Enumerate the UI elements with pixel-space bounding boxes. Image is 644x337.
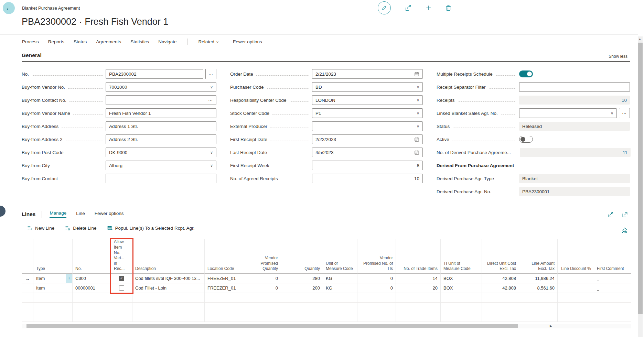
chevron-down-icon[interactable]: ∨: [208, 150, 213, 155]
menu-item-status[interactable]: Status: [74, 39, 87, 44]
cell-no[interactable]: C300: [73, 274, 111, 283]
purchaser-code-input[interactable]: BD∨: [312, 82, 423, 92]
horizontal-scrollbar-thumb[interactable]: [26, 324, 518, 328]
cell-first-comment[interactable]: _: [594, 274, 631, 283]
menu-item-navigate[interactable]: Navigate: [158, 39, 176, 44]
header-vendor-promised-quantity[interactable]: Vendor Promised Quantity: [243, 239, 281, 274]
cell-unit-of-measure[interactable]: KG: [323, 283, 357, 293]
menu-item-agreements[interactable]: Agreements: [96, 39, 121, 44]
cell-type[interactable]: Item: [33, 274, 66, 283]
horizontal-scrollbar[interactable]: ▶: [22, 324, 631, 328]
header-first-comment[interactable]: First Comment: [594, 239, 631, 274]
cell-description[interactable]: Cod Fillet - Loin: [132, 283, 205, 293]
chevron-down-icon[interactable]: ∨: [415, 124, 419, 129]
tab-line[interactable]: Line: [76, 211, 85, 218]
cell-quantity[interactable]: 280: [281, 274, 323, 283]
header-vendor-promised-no-of-tis[interactable]: Vendor Promised No. of TIs: [357, 239, 396, 274]
post-code-input[interactable]: DK-9000∨: [106, 148, 216, 157]
vendor-name-input[interactable]: Fresh Fish Vendor 1: [106, 108, 216, 118]
linked-sales-agr-assist-button[interactable]: ⋯: [619, 108, 630, 118]
chevron-down-icon[interactable]: ∨: [208, 85, 213, 89]
tab-manage[interactable]: Manage: [50, 210, 66, 218]
cell-direct-unit-cost[interactable]: 42.808: [482, 283, 519, 293]
cell-type[interactable]: Item: [33, 283, 66, 293]
header-description[interactable]: Description: [132, 239, 205, 274]
chevron-down-icon[interactable]: ∨: [609, 111, 613, 116]
cell-unit-of-measure[interactable]: KG: [323, 274, 357, 283]
contact-no-input[interactable]: ⋯: [106, 95, 216, 105]
cell-line-discount[interactable]: [558, 274, 594, 283]
left-edge-panel-handle[interactable]: [0, 206, 6, 217]
cell-vendor-promised-quantity[interactable]: 0: [243, 274, 281, 283]
cell-description[interactable]: Cod fillets sl/bl IQF 300-400 1x...: [132, 274, 205, 283]
chevron-down-icon[interactable]: ∨: [415, 85, 419, 89]
header-unit-of-measure-code[interactable]: Unit of Measure Code: [323, 239, 357, 274]
cell-first-comment[interactable]: _: [594, 283, 631, 293]
last-receipt-date-input[interactable]: 4/5/2023: [312, 148, 423, 157]
agreed-receipts-input[interactable]: 10: [312, 174, 423, 183]
share-button[interactable]: [405, 4, 412, 12]
cell-location-code[interactable]: FREEZER_01: [205, 283, 243, 293]
vertical-scrollbar[interactable]: ▲: [638, 36, 643, 337]
checkbox-unchecked[interactable]: [119, 285, 124, 291]
cell-no-of-trade-items[interactable]: 14: [396, 274, 441, 283]
order-date-input[interactable]: 2/21/2023: [312, 69, 423, 79]
header-line-amount[interactable]: Line Amount Excl. Tax: [519, 239, 558, 274]
scroll-right-arrow[interactable]: ▶: [550, 324, 552, 328]
cell-line-amount[interactable]: 11,986.24: [519, 274, 558, 283]
active-toggle[interactable]: [519, 136, 533, 143]
responsibility-center-input[interactable]: LONDON∨: [312, 95, 423, 105]
calendar-icon[interactable]: [414, 150, 419, 155]
address2-input[interactable]: Address 2 Str.: [106, 134, 216, 144]
menu-item-fewer-options[interactable]: Fewer options: [233, 39, 262, 44]
show-less-link[interactable]: Show less: [609, 54, 627, 59]
cell-quantity[interactable]: 200: [281, 283, 323, 293]
cell-line-amount[interactable]: 8,561.60: [519, 283, 558, 293]
unpin-button[interactable]: [621, 227, 627, 235]
linked-sales-agr-input[interactable]: ∨: [519, 108, 617, 118]
first-receipt-date-input[interactable]: 2/22/2023: [312, 134, 423, 144]
checkbox-checked[interactable]: [119, 276, 124, 281]
cell-vendor-promised-no-of-tis[interactable]: 0: [357, 283, 396, 293]
back-button[interactable]: ←: [3, 2, 15, 14]
header-location-code[interactable]: Location Code: [205, 239, 243, 274]
cell-location-code[interactable]: FREEZER_01: [205, 274, 243, 283]
cell-vendor-promised-quantity[interactable]: 0: [243, 283, 281, 293]
stock-center-input[interactable]: P1∨: [312, 108, 423, 118]
calendar-icon[interactable]: [414, 137, 419, 142]
header-type[interactable]: Type: [33, 239, 66, 274]
row-menu-button[interactable]: ⋮: [66, 274, 73, 283]
lines-expand-button[interactable]: [622, 211, 628, 219]
header-line-discount[interactable]: Line Discount %: [558, 239, 594, 274]
receipt-separator-filter-input[interactable]: [519, 82, 630, 92]
city-input[interactable]: Alborg∨: [106, 161, 216, 170]
menu-item-process[interactable]: Process: [22, 39, 39, 44]
multiple-receipts-toggle[interactable]: [519, 70, 533, 77]
edit-pencil-button[interactable]: [378, 1, 391, 14]
ellipsis-lookup-icon[interactable]: ⋯: [208, 98, 213, 103]
header-no-of-trade-items[interactable]: No. of Trade Items: [396, 239, 441, 274]
header-no[interactable]: No.: [73, 239, 111, 274]
table-row-empty[interactable]: [22, 303, 631, 312]
cell-no-of-trade-items[interactable]: 20: [396, 283, 441, 293]
cell-line-discount[interactable]: [558, 283, 594, 293]
header-ti-unit-of-measure-code[interactable]: TI Unit of Measure Code: [441, 239, 482, 274]
cell-vendor-promised-no-of-tis[interactable]: 0: [357, 274, 396, 283]
menu-item-reports[interactable]: Reports: [48, 39, 64, 44]
table-row-empty[interactable]: [22, 293, 631, 303]
chevron-down-icon[interactable]: ∨: [415, 98, 419, 102]
calendar-icon[interactable]: [414, 72, 419, 77]
delete-line-button[interactable]: Delete Line: [65, 225, 96, 231]
menu-item-statistics[interactable]: Statistics: [130, 39, 149, 44]
cell-allow-item-no-variant[interactable]: [111, 283, 132, 293]
header-allow-item-no-variant[interactable]: Allow Item No. Vari... in Rec...: [111, 239, 132, 274]
lines-share-button[interactable]: [608, 211, 614, 219]
cell-direct-unit-cost[interactable]: 42.808: [482, 274, 519, 283]
header-direct-unit-cost[interactable]: Direct Unit Cost Excl. Tax: [482, 239, 519, 274]
header-quantity[interactable]: Quantity: [281, 239, 323, 274]
contact-input[interactable]: [106, 174, 216, 183]
chevron-down-icon[interactable]: ∨: [415, 111, 419, 116]
table-row-empty[interactable]: [22, 312, 631, 322]
vendor-no-input[interactable]: 7001000∨: [106, 82, 216, 92]
scroll-up-arrow[interactable]: ▲: [638, 37, 641, 41]
